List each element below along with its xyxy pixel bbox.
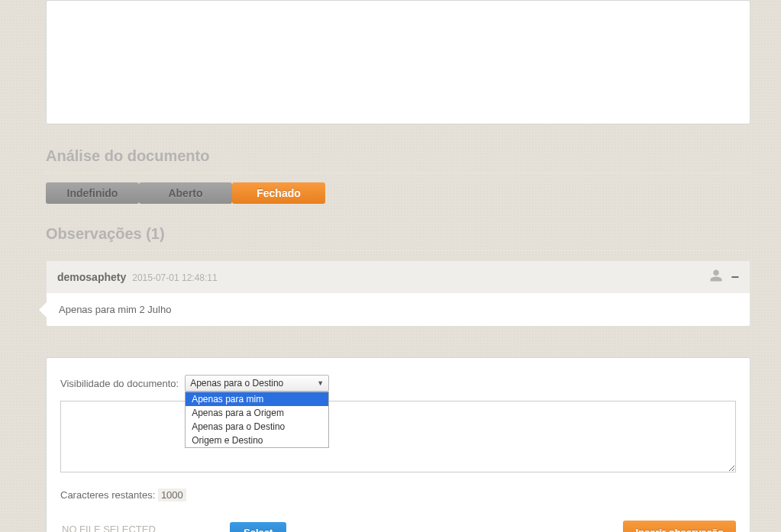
- observation-header: demosaphety 2015-07-01 12:48:11 −: [47, 261, 750, 293]
- char-remaining: Caracteres restantes: 1000: [60, 489, 736, 501]
- observation-body: Apenas para mim 2 Julho: [47, 293, 750, 326]
- file-placeholder: NO FILE SELECTED: [60, 524, 221, 532]
- tab-aberto[interactable]: Aberto: [139, 182, 232, 204]
- observations-title: Observações (1): [46, 225, 750, 243]
- observations-divider: [46, 250, 750, 251]
- analysis-tabs: Indefinido Aberto Fechado: [46, 182, 750, 204]
- insert-observation-button[interactable]: Inserir observação: [623, 521, 736, 532]
- observation-textarea[interactable]: [60, 401, 736, 472]
- visibility-dropdown: Apenas para mim Apenas para a Origem Ape…: [185, 392, 329, 448]
- observation-timestamp: 2015-07-01 12:48:11: [132, 272, 217, 283]
- observation-form: Visibilidade do documento: Apenas para o…: [46, 357, 750, 532]
- char-label: Caracteres restantes:: [60, 489, 158, 501]
- collapse-icon[interactable]: −: [731, 270, 739, 284]
- chevron-down-icon: ▼: [317, 379, 324, 387]
- user-icon: [709, 269, 723, 285]
- visibility-option-destino[interactable]: Apenas para o Destino: [186, 420, 328, 434]
- char-count: 1000: [158, 488, 186, 501]
- visibility-option-origem[interactable]: Apenas para a Origem: [186, 406, 328, 420]
- observation-text: Apenas para mim 2 Julho: [59, 304, 171, 315]
- select-file-button[interactable]: Select: [230, 522, 286, 532]
- visibility-select[interactable]: Apenas para o Destino ▼: [185, 375, 329, 392]
- observation-card: demosaphety 2015-07-01 12:48:11 − Apenas…: [46, 260, 750, 327]
- analysis-title: Análise do documento: [46, 147, 750, 165]
- visibility-option-mim[interactable]: Apenas para mim: [186, 392, 328, 406]
- tab-fechado[interactable]: Fechado: [232, 182, 325, 204]
- tab-indefinido[interactable]: Indefinido: [46, 182, 139, 204]
- document-panel: [46, 0, 750, 124]
- observation-username: demosaphety: [57, 271, 126, 283]
- visibility-selected-value: Apenas para o Destino: [190, 378, 283, 389]
- visibility-label: Visibilidade do documento:: [60, 378, 179, 389]
- analysis-divider: [46, 172, 750, 173]
- visibility-option-origem-destino[interactable]: Origem e Destino: [186, 434, 328, 447]
